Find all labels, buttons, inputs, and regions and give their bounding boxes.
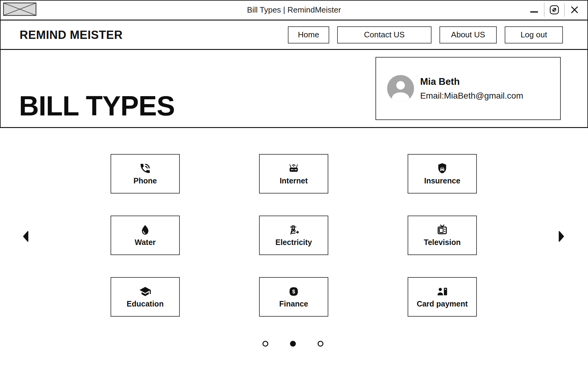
- transmission-tower-icon: [288, 224, 300, 236]
- bill-card-label: Card payment: [417, 299, 468, 308]
- bill-card-label: Electricity: [275, 238, 312, 247]
- user-info: Mia Beth Email:MiaBeth@gmail.com: [420, 76, 523, 101]
- bill-card-television[interactable]: Television: [408, 216, 477, 255]
- hero-section: BILL TYPES Mia Beth Email:MiaBeth@gmail.…: [0, 50, 588, 128]
- car-shield-icon: [436, 162, 448, 175]
- chevron-left-icon: [23, 231, 29, 242]
- minimize-button[interactable]: [526, 0, 542, 20]
- tv-icon: [436, 224, 448, 236]
- phone-icon: [139, 162, 151, 175]
- carousel-next-button[interactable]: [558, 231, 564, 243]
- bill-card-label: Internet: [280, 176, 308, 185]
- maximize-button[interactable]: [546, 0, 562, 20]
- carousel-dot[interactable]: [290, 341, 296, 347]
- maximize-icon: [549, 4, 560, 15]
- bill-card-label: Insurence: [424, 176, 460, 185]
- main-header: REMIND MEISTER Home Contact US About US …: [0, 21, 588, 50]
- person-card-icon: [436, 285, 448, 298]
- bill-card-water[interactable]: Water: [111, 216, 180, 255]
- user-email: Email:MiaBeth@gmail.com: [420, 91, 523, 101]
- titlebar: Bill Types | RemindMeister: [0, 0, 588, 21]
- user-avatar-icon: [387, 75, 414, 102]
- app-logo: REMIND MEISTER: [20, 28, 123, 41]
- bill-types-grid: Phone Internet Insurence Water: [111, 154, 477, 317]
- water-drop-icon: [139, 224, 151, 236]
- close-button[interactable]: [567, 0, 582, 20]
- nav-contact-button[interactable]: Contact US: [337, 26, 432, 43]
- user-name: Mia Beth: [420, 76, 523, 87]
- graduation-cap-icon: [139, 285, 151, 298]
- router-icon: [288, 162, 300, 175]
- close-icon: [570, 5, 579, 14]
- bill-card-label: Finance: [279, 299, 308, 308]
- bill-card-label: Water: [135, 238, 156, 247]
- dollar-coin-icon: $: [288, 285, 300, 298]
- nav-logout-button[interactable]: Log out: [505, 26, 563, 43]
- bill-card-card-payment[interactable]: Card payment: [408, 277, 477, 317]
- bill-card-internet[interactable]: Internet: [259, 154, 328, 194]
- bill-card-phone[interactable]: Phone: [111, 154, 180, 194]
- window-title: Bill Types | RemindMeister: [0, 0, 588, 20]
- chevron-right-icon: [558, 231, 564, 242]
- bill-card-education[interactable]: Education: [111, 277, 180, 317]
- page-title: BILL TYPES: [19, 91, 175, 122]
- bill-card-label: Phone: [134, 176, 157, 185]
- bill-card-label: Television: [424, 238, 461, 247]
- bill-card-insurance[interactable]: Insurence: [408, 154, 477, 194]
- nav-home-button[interactable]: Home: [288, 26, 329, 43]
- window-controls: [526, 0, 582, 20]
- control-separator: [544, 3, 545, 17]
- svg-text:$: $: [292, 289, 295, 295]
- control-separator: [564, 3, 565, 17]
- bill-card-finance[interactable]: $ Finance: [259, 277, 328, 317]
- nav-about-button[interactable]: About US: [439, 26, 497, 43]
- carousel-dot[interactable]: [318, 341, 323, 347]
- carousel-dot[interactable]: [262, 341, 268, 347]
- bill-card-electricity[interactable]: Electricity: [259, 216, 328, 255]
- minimize-icon: [530, 11, 538, 13]
- main-nav: Home Contact US About US Log out: [288, 26, 563, 43]
- carousel-prev-button[interactable]: [23, 231, 29, 243]
- user-card: Mia Beth Email:MiaBeth@gmail.com: [375, 57, 561, 120]
- bill-card-label: Education: [127, 299, 164, 308]
- carousel-dots: [262, 341, 323, 347]
